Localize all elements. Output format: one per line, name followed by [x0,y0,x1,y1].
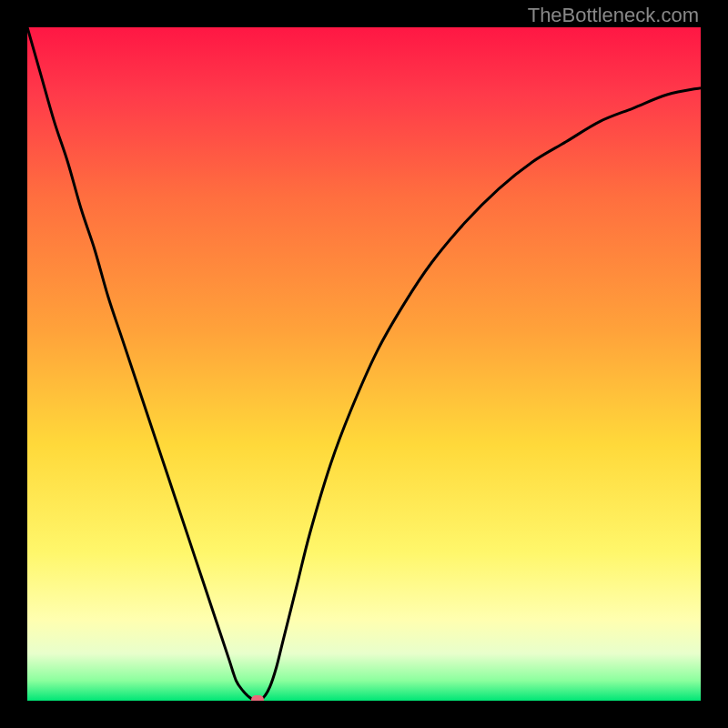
bottleneck-curve [27,27,701,701]
curve-layer [27,27,701,701]
watermark-text: TheBottleneck.com [528,4,699,27]
chart-container: TheBottleneck.com [0,0,728,728]
plot-area [27,27,701,701]
minimum-marker [251,695,264,701]
